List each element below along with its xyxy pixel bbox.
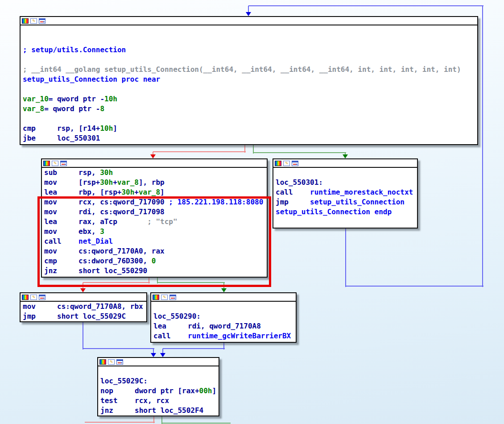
edit-pencil-icon[interactable]: ✎	[161, 295, 168, 300]
edge-dial-true-green-arrowhead	[221, 288, 227, 292]
asm-line[interactable]: call runtime_morestack_noctxt	[273, 187, 417, 197]
asm-line[interactable]: lea rbp, [rsp+30h+var_8]	[42, 187, 267, 197]
block-body: loc_550301:call runtime_morestack_noctxt…	[273, 168, 417, 217]
asm-text: loc_55029C:	[100, 377, 148, 385]
basic-block-gc-write-barrier[interactable]: ✎loc_550290:lea rdi, qword_7170A8call ru…	[150, 292, 297, 343]
asm-line[interactable]	[151, 302, 296, 312]
group-node-icon[interactable]	[39, 18, 45, 24]
asm-line[interactable]	[21, 25, 477, 35]
block-title-bar: ✎	[42, 159, 267, 168]
group-node-icon[interactable]	[292, 161, 298, 166]
asm-text: ]	[212, 387, 216, 395]
group-node-icon[interactable]	[169, 295, 176, 300]
block-body: ; setup/utils.Connection; __int64 __gola…	[21, 25, 477, 143]
edge-entry-false-red-arrowhead	[150, 154, 156, 158]
edge-store-jmp-blue	[83, 348, 154, 349]
group-node-icon-part	[170, 295, 176, 296]
edit-pencil-icon[interactable]: ✎	[108, 359, 115, 365]
asm-line[interactable]: jmp short loc_55029C	[21, 312, 146, 321]
edit-pencil-icon[interactable]: ✎	[30, 18, 37, 24]
asm-line[interactable]	[21, 55, 477, 65]
group-node-icon-part	[39, 295, 45, 296]
asm-line[interactable]: call runtime_gcWriteBarrierBX	[151, 331, 296, 341]
asm-line[interactable]: sub rsp, 30h	[42, 168, 267, 178]
asm-text: lea rbp, [rsp+	[44, 188, 121, 196]
palette-icon[interactable]	[153, 295, 159, 300]
asm-line[interactable]: mov cs:qword_7170A8, rbx	[21, 302, 146, 312]
asm-text: nop dword ptr [rax+	[100, 387, 199, 395]
asm-line[interactable]: mov [rsp+30h+var_8], rbp	[42, 178, 267, 187]
asm-line[interactable]: var_10= qword ptr -10h	[21, 94, 477, 104]
asm-line[interactable]	[21, 84, 477, 94]
group-node-icon-part	[296, 164, 297, 165]
group-node-icon-part	[174, 298, 175, 299]
graph-canvas: ✎; setup/utils.Connection; __int64 __gol…	[0, 0, 504, 424]
basic-block-morestack[interactable]: ✎loc_550301:call runtime_morestack_noctx…	[273, 158, 418, 229]
basic-block-entry[interactable]: ✎; setup/utils.Connection; __int64 __gol…	[20, 16, 478, 145]
palette-icon[interactable]	[22, 18, 29, 24]
asm-line[interactable]: nop dword ptr [rax+00h]	[98, 386, 219, 396]
asm-line[interactable]: cmp rsp, [r14+10h]	[21, 124, 477, 133]
asm-text: 10h	[100, 124, 113, 133]
edge-test-true-green	[162, 423, 231, 424]
asm-line[interactable]: jnz short loc_5502F4	[98, 406, 219, 416]
palette-icon[interactable]	[99, 359, 106, 365]
asm-line[interactable]	[273, 168, 417, 178]
edge-test-false-red	[85, 422, 155, 423]
group-node-icon-part	[117, 360, 123, 361]
edge-gcbarrier-blue	[163, 348, 225, 349]
asm-line[interactable]: jmp setup_utils_Connection	[273, 197, 417, 207]
block-title-bar: ✎	[21, 17, 477, 25]
edge-store-jmp-blue-arrowhead	[151, 353, 156, 357]
basic-block-test-rcx[interactable]: ✎loc_55029C:nop dword ptr [rax+00h]test …	[97, 357, 219, 416]
asm-line[interactable]: loc_55029C:	[98, 376, 219, 386]
asm-text: var_8	[117, 178, 139, 187]
asm-line[interactable]: test rcx, rcx	[98, 396, 219, 406]
asm-text: runtime_gcWriteBarrierBX	[188, 332, 291, 340]
asm-line[interactable]: loc_550290:	[151, 312, 296, 321]
edit-pencil-icon[interactable]: ✎	[283, 161, 290, 166]
asm-line[interactable]: loc_550301:	[273, 178, 417, 187]
edge-loopback-blue	[248, 5, 483, 6]
basic-block-store-rbx[interactable]: ✎mov cs:qword_7170A8, rbxjmp short loc_5…	[20, 292, 147, 322]
group-node-icon-part	[39, 19, 45, 20]
asm-line[interactable]: lea rdi, qword_7170A8	[151, 321, 296, 331]
asm-text: cmp rsp, [r14+	[23, 124, 100, 133]
edge-loopback-blue	[482, 6, 483, 287]
edge-loopback-blue	[345, 229, 346, 287]
palette-icon[interactable]	[275, 161, 281, 166]
asm-line[interactable]: setup_utils_Connection proc near	[21, 75, 477, 84]
asm-line[interactable]: ; __int64 __golang setup_utils_Connectio…	[21, 65, 477, 75]
asm-text: 30h	[100, 168, 113, 177]
asm-text: setup_utils_Connection	[310, 198, 405, 206]
asm-text: loc_550301:	[276, 178, 323, 187]
edit-pencil-icon[interactable]: ✎	[52, 161, 58, 166]
asm-text: +	[113, 178, 117, 187]
palette-icon[interactable]	[43, 161, 50, 166]
group-node-icon-part	[292, 161, 298, 162]
asm-line[interactable]: var_8= qword ptr -8	[21, 104, 477, 114]
group-node-icon[interactable]	[60, 161, 67, 166]
highlight-box	[37, 196, 271, 287]
asm-text: var_10	[23, 95, 49, 103]
asm-text: jbe loc_550301	[23, 134, 100, 142]
group-node-icon[interactable]	[116, 359, 123, 365]
palette-icon[interactable]	[22, 295, 29, 300]
asm-text: ; setup/utils.Connection	[23, 46, 126, 54]
group-node-icon-part	[61, 161, 66, 162]
asm-line[interactable]: setup_utils_Connection endp	[273, 207, 417, 217]
asm-line[interactable]: ; setup/utils.Connection	[21, 45, 477, 55]
asm-text: setup_utils_Connection proc near	[23, 75, 160, 83]
asm-line[interactable]	[21, 114, 477, 124]
asm-text: mov cs:qword_7170A8, rbx	[23, 302, 143, 311]
edit-pencil-icon[interactable]: ✎	[30, 295, 37, 300]
asm-line[interactable]	[21, 35, 477, 45]
asm-text: = qword ptr -	[49, 95, 104, 103]
asm-text: ; __int64 __golang setup_utils_Connectio…	[23, 65, 461, 74]
asm-line[interactable]	[98, 366, 219, 376]
asm-line[interactable]: jbe loc_550301	[21, 133, 477, 143]
group-node-icon[interactable]	[39, 295, 45, 300]
asm-text: test rcx, rcx	[100, 396, 169, 405]
group-node-icon-part	[121, 362, 122, 363]
block-body: loc_55029C:nop dword ptr [rax+00h]test r…	[98, 366, 219, 416]
